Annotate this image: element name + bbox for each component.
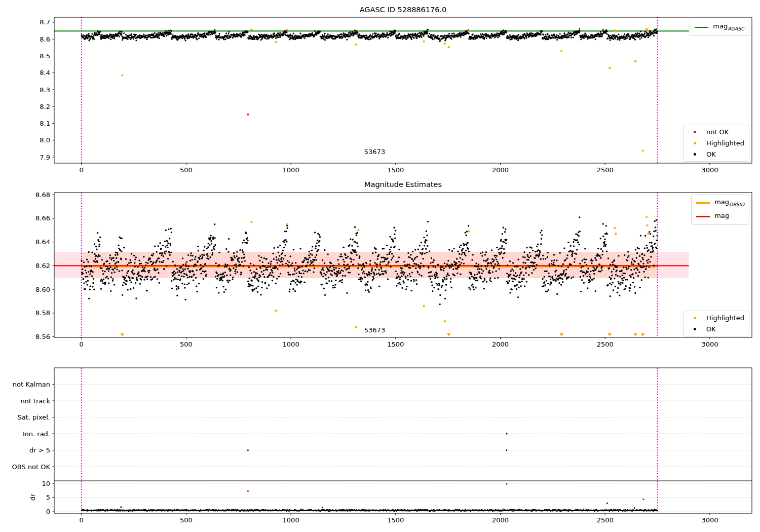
scatter-point — [489, 272, 491, 274]
scatter-point — [656, 219, 657, 220]
scatter-point — [164, 241, 166, 242]
scatter-point — [266, 258, 268, 259]
legend-item-ok: OK — [688, 325, 744, 333]
scatter-point — [394, 238, 396, 239]
scatter-point — [169, 238, 170, 239]
scatter-point — [357, 32, 359, 34]
scatter-point — [522, 34, 524, 36]
scatter-point — [529, 252, 530, 253]
scatter-point — [450, 287, 452, 288]
scatter-point — [632, 263, 634, 265]
scatter-point — [397, 273, 398, 275]
scatter-point — [148, 272, 149, 273]
scatter-point — [287, 260, 288, 261]
legend-dot-sample — [688, 153, 702, 156]
scatter-point — [408, 263, 410, 265]
scatter-point — [400, 283, 401, 285]
scatter-point — [556, 39, 558, 41]
scatter-point — [548, 289, 549, 291]
scatter-point — [582, 260, 583, 261]
scatter-point — [500, 253, 501, 254]
scatter-point — [287, 272, 289, 273]
scatter-point — [222, 272, 224, 274]
scatter-point — [166, 245, 168, 246]
scatter-point — [614, 259, 615, 261]
scatter-point — [376, 273, 377, 275]
scatter-point — [433, 265, 434, 267]
scatter-point — [289, 291, 290, 292]
scatter-point — [346, 257, 348, 258]
scatter-point — [636, 247, 638, 249]
scatter-point — [330, 262, 332, 264]
scatter-point — [361, 264, 362, 266]
scatter-point — [508, 280, 510, 282]
scatter-point — [460, 274, 461, 275]
scatter-point — [517, 259, 519, 260]
scatter-point — [568, 36, 569, 38]
scatter-point — [211, 249, 212, 251]
panel1-highlighted-points — [121, 28, 649, 152]
scatter-point — [615, 274, 617, 276]
scatter-point — [200, 264, 201, 265]
scatter-point — [154, 246, 156, 247]
scatter-point — [629, 275, 631, 276]
scatter-point — [222, 286, 224, 287]
scatter-point — [126, 275, 127, 276]
scatter-point — [553, 254, 555, 255]
scatter-point — [191, 252, 192, 254]
scatter-point — [366, 284, 368, 286]
scatter-point — [501, 247, 503, 249]
scatter-point — [187, 254, 189, 256]
scatter-point — [89, 273, 91, 275]
scatter-point — [104, 282, 106, 283]
scatter-point — [609, 276, 610, 278]
scatter-point — [251, 272, 252, 274]
scatter-point — [122, 294, 123, 295]
scatter-point — [368, 272, 370, 274]
scatter-point — [498, 249, 499, 250]
scatter-point — [641, 257, 643, 258]
scatter-point — [607, 37, 609, 39]
scatter-point — [432, 261, 434, 263]
scatter-point — [99, 33, 100, 35]
scatter-point — [505, 243, 507, 244]
scatter-point — [581, 267, 582, 268]
scatter-point — [445, 276, 447, 277]
scatter-point — [589, 274, 590, 275]
scatter-point — [279, 264, 281, 266]
scatter-point — [449, 267, 450, 269]
scatter-point — [395, 30, 396, 31]
panel3-dr-tick-label: 5 — [46, 493, 50, 501]
scatter-point — [273, 276, 274, 278]
scatter-point — [324, 34, 325, 36]
scatter-point — [513, 270, 514, 272]
scatter-point — [121, 74, 123, 77]
scatter-point — [304, 37, 306, 39]
scatter-point — [436, 284, 438, 285]
scatter-point — [611, 271, 613, 273]
scatter-point — [341, 255, 343, 257]
dr-point — [503, 509, 504, 510]
legend-label: not OK — [706, 128, 729, 136]
scatter-point — [552, 278, 553, 279]
scatter-point — [447, 260, 449, 261]
legend-item-mag: mag — [696, 211, 744, 222]
scatter-point — [164, 35, 165, 37]
scatter-point — [607, 284, 609, 286]
scatter-point — [544, 276, 545, 278]
dr-point — [632, 510, 633, 512]
panel1-ytick-label: 8.4 — [40, 69, 50, 77]
scatter-point — [242, 265, 244, 267]
scatter-point — [97, 232, 98, 234]
scatter-point — [577, 241, 579, 243]
scatter-point — [469, 278, 471, 279]
scatter-point — [452, 264, 453, 266]
scatter-point — [281, 257, 282, 258]
scatter-point — [609, 267, 610, 269]
scatter-point — [308, 258, 309, 260]
scatter-point — [516, 37, 518, 39]
legend-mag-lines: magOBSID mag — [691, 195, 749, 225]
scatter-point — [110, 39, 111, 40]
scatter-point — [85, 276, 86, 277]
scatter-point — [506, 31, 507, 33]
